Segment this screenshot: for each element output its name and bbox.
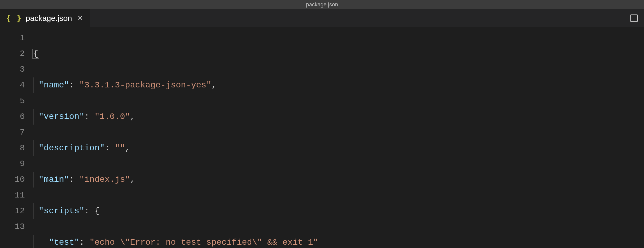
json-key: "description" xyxy=(39,143,105,153)
json-string: "index.js" xyxy=(79,175,130,184)
code-editor[interactable]: 1 2 3 4 5 6 7 8 9 10 11 12 13 { "name": … xyxy=(0,27,644,248)
split-editor-icon[interactable] xyxy=(629,14,639,23)
code-line: "scripts": { xyxy=(33,203,644,219)
line-number: 12 xyxy=(0,203,25,219)
brace-open: { xyxy=(32,49,39,59)
line-number: 7 xyxy=(0,125,25,140)
line-number: 8 xyxy=(0,140,25,156)
code-content[interactable]: { "name": "3.3.1.3-package-json-yes", "v… xyxy=(33,27,644,248)
line-number: 5 xyxy=(0,93,25,109)
code-line: "description": "", xyxy=(33,140,644,156)
line-number: 9 xyxy=(0,156,25,172)
line-number: 3 xyxy=(0,62,25,77)
json-string: "1.0.0" xyxy=(95,112,130,121)
json-string: "" xyxy=(115,143,125,153)
line-number: 2 xyxy=(0,46,25,62)
json-string: "echo \"Error: no test specified\" && ex… xyxy=(89,238,318,247)
line-number: 13 xyxy=(0,219,25,235)
window-title: package.json xyxy=(306,2,338,8)
json-string: "3.3.1.3-package-json-yes" xyxy=(79,80,211,90)
json-file-icon: { } xyxy=(6,14,22,23)
close-tab-icon[interactable]: ✕ xyxy=(77,15,83,21)
editor-actions xyxy=(629,9,639,27)
json-key: "version" xyxy=(39,112,84,121)
code-line: "test": "echo \"Error: no test specified… xyxy=(33,235,644,248)
json-key: "name" xyxy=(39,80,69,90)
line-number: 4 xyxy=(0,77,25,93)
json-key: "scripts" xyxy=(39,206,84,216)
line-number: 10 xyxy=(0,172,25,188)
code-line: "main": "index.js", xyxy=(33,172,644,188)
editor-tab-bar: { } package.json ✕ xyxy=(0,9,644,27)
line-number: 11 xyxy=(0,188,25,203)
window-title-bar: package.json xyxy=(0,0,644,9)
json-key: "main" xyxy=(39,175,69,184)
code-line: { xyxy=(33,46,644,62)
line-number: 6 xyxy=(0,109,25,125)
code-line: "version": "1.0.0", xyxy=(33,109,644,125)
line-number-gutter: 1 2 3 4 5 6 7 8 9 10 11 12 13 xyxy=(0,27,33,248)
tab-label: package.json xyxy=(26,14,72,23)
line-number: 1 xyxy=(0,30,25,46)
json-key: "test" xyxy=(49,238,79,247)
code-line: "name": "3.3.1.3-package-json-yes", xyxy=(33,77,644,93)
tab-package-json[interactable]: { } package.json ✕ xyxy=(0,9,90,27)
